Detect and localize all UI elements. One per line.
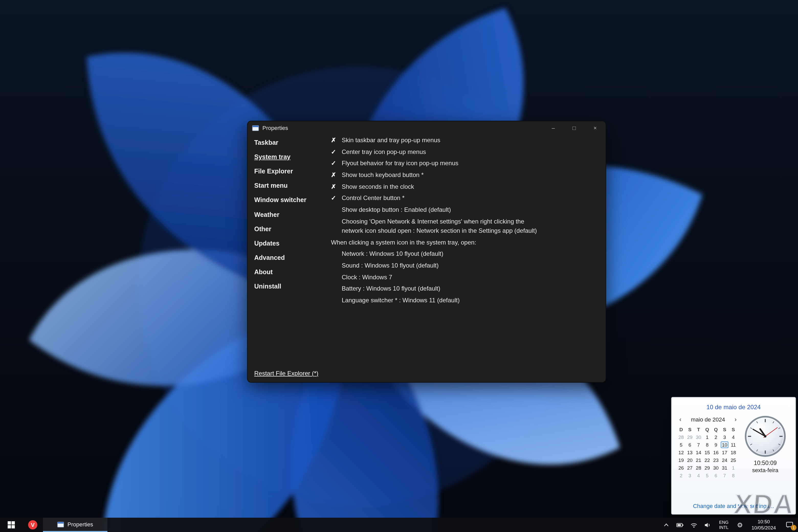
calendar-day[interactable]: 25 — [730, 457, 736, 463]
action-center-button[interactable]: 1 — [781, 518, 798, 532]
sidebar-item-window-switcher[interactable]: Window switcher — [254, 193, 331, 207]
sidebar-item-start-menu[interactable]: Start menu — [254, 179, 331, 193]
analog-clock — [744, 415, 786, 457]
windows-logo-icon — [8, 521, 15, 528]
calendar-day[interactable]: 7 — [697, 442, 700, 448]
calendar-day[interactable]: 29 — [687, 434, 692, 440]
calendar-day[interactable]: 2 — [680, 473, 683, 478]
setting-label: Show desktop button : Enabled (default) — [342, 205, 592, 214]
x-icon: ✗ — [331, 136, 342, 145]
setting-row[interactable]: ✓Flyout behavior for tray icon pop-up me… — [331, 159, 592, 168]
calendar-day[interactable]: 12 — [678, 450, 684, 455]
calendar-day[interactable]: 6 — [688, 442, 691, 448]
close-button[interactable]: × — [585, 121, 606, 135]
setting-row[interactable]: ✗Skin taskbar and tray pop-up menus — [331, 136, 592, 145]
volume-icon — [704, 521, 711, 528]
calendar-day[interactable]: 16 — [713, 450, 719, 455]
calendar-day[interactable]: 10 — [721, 441, 728, 448]
taskbar-clock[interactable]: 10:50 10/05/2024 — [747, 518, 781, 532]
sidebar-item-uninstall[interactable]: Uninstall — [254, 279, 331, 293]
calendar-day[interactable]: 7 — [723, 473, 726, 478]
vivaldi-taskbar-button[interactable]: V — [22, 518, 43, 532]
calendar-day[interactable]: 14 — [696, 450, 701, 455]
setting-label: When clicking a system icon in the syste… — [331, 238, 592, 247]
setting-row[interactable]: Sound : Windows 10 flyout (default) — [331, 261, 592, 270]
calendar-day[interactable]: 8 — [706, 442, 709, 448]
calendar-next-icon[interactable]: › — [733, 416, 738, 423]
calendar-day[interactable]: 29 — [704, 465, 710, 471]
calendar-day[interactable]: 15 — [704, 450, 710, 455]
wifi-icon — [690, 521, 698, 528]
calendar-day[interactable]: 22 — [704, 457, 710, 463]
minimize-button[interactable]: – — [543, 121, 564, 135]
show-hidden-icons-button[interactable] — [659, 518, 673, 532]
calendar-day[interactable]: 5 — [706, 473, 709, 478]
calendar-day[interactable]: 5 — [680, 442, 683, 448]
calendar-day[interactable]: 19 — [678, 457, 684, 463]
taskbar-time: 10:50 — [758, 519, 770, 525]
calendar-day[interactable]: 20 — [687, 457, 692, 463]
titlebar[interactable]: Properties – □ × — [248, 121, 606, 135]
sidebar-item-file-explorer[interactable]: File Explorer — [254, 164, 331, 178]
setting-row[interactable]: Clock : Windows 7 — [331, 272, 592, 282]
setting-row[interactable]: Battery : Windows 10 flyout (default) — [331, 284, 592, 293]
volume-tray-button[interactable] — [701, 518, 715, 532]
calendar-day[interactable]: 30 — [696, 434, 701, 440]
calendar-prev-icon[interactable]: ‹ — [678, 416, 683, 423]
restart-file-explorer-link[interactable]: Restart File Explorer (*) — [254, 370, 319, 377]
sidebar-item-system-tray[interactable]: System tray — [254, 150, 331, 164]
setting-row[interactable]: Show desktop button : Enabled (default) — [331, 205, 592, 214]
calendar-day[interactable]: 31 — [722, 465, 727, 471]
calendar-day[interactable]: 26 — [678, 465, 684, 471]
calendar-day[interactable]: 13 — [687, 450, 692, 455]
calendar-day[interactable]: 23 — [713, 457, 719, 463]
check-icon: ✓ — [331, 194, 342, 203]
setting-label: Network : Windows 10 flyout (default) — [342, 249, 592, 258]
calendar-day[interactable]: 28 — [678, 434, 684, 440]
calendar-day[interactable]: 27 — [687, 465, 692, 471]
setting-row[interactable]: ✓Control Center button * — [331, 194, 592, 203]
calendar-day[interactable]: 4 — [732, 434, 735, 440]
sidebar-item-other[interactable]: Other — [254, 222, 331, 236]
network-tray-button[interactable] — [687, 518, 701, 532]
calendar-day[interactable]: 28 — [696, 465, 701, 471]
setting-label: Language switcher * : Windows 11 (defaul… — [342, 296, 592, 305]
sidebar-item-about[interactable]: About — [254, 265, 331, 279]
setting-row[interactable]: ✗Show seconds in the clock — [331, 182, 592, 191]
start-button[interactable] — [0, 518, 22, 532]
calendar-month-label[interactable]: maio de 2024 — [683, 416, 733, 422]
calendar-day[interactable]: 18 — [730, 450, 736, 455]
calendar-day[interactable]: 11 — [731, 442, 736, 448]
setting-row[interactable]: Language switcher * : Windows 11 (defaul… — [331, 296, 592, 305]
calendar-day[interactable]: 30 — [713, 465, 719, 471]
sidebar-item-advanced[interactable]: Advanced — [254, 251, 331, 265]
calendar-day[interactable]: 6 — [715, 473, 718, 478]
calendar-day[interactable]: 9 — [715, 442, 718, 448]
setting-row[interactable]: Choosing 'Open Network & Internet settin… — [331, 217, 592, 235]
setting-row[interactable]: Network : Windows 10 flyout (default) — [331, 249, 592, 258]
check-icon: ✓ — [331, 159, 342, 168]
calendar-day[interactable]: 3 — [688, 473, 691, 478]
calendar-day[interactable]: 2 — [715, 434, 718, 440]
calendar-day[interactable]: 3 — [723, 434, 726, 440]
sidebar-item-taskbar[interactable]: Taskbar — [254, 136, 331, 150]
setting-row[interactable]: ✓Center tray icon pop-up menus — [331, 147, 592, 156]
calendar-day[interactable]: 1 — [732, 465, 735, 471]
calendar-day[interactable]: 21 — [696, 457, 701, 463]
calendar-day[interactable]: 17 — [722, 450, 727, 455]
sidebar-item-updates[interactable]: Updates — [254, 236, 331, 250]
properties-taskbar-button[interactable]: Properties — [43, 518, 108, 532]
calendar-day[interactable]: 24 — [722, 457, 727, 463]
change-date-time-link[interactable]: Change date and time settings... — [672, 503, 795, 509]
battery-tray-button[interactable] — [673, 518, 687, 532]
sidebar-item-weather[interactable]: Weather — [254, 207, 331, 222]
calendar-day[interactable]: 1 — [706, 434, 709, 440]
calendar-day[interactable]: 8 — [732, 473, 735, 478]
calendar-day[interactable]: 4 — [697, 473, 700, 478]
maximize-button[interactable]: □ — [564, 121, 585, 135]
language-tray-button[interactable]: ENG INTL — [715, 518, 733, 532]
desktop: Properties – □ × TaskbarSystem trayFile … — [0, 0, 798, 532]
explorerpatcher-tray-button[interactable]: ⚙ — [733, 518, 747, 532]
setting-row[interactable]: ✗Show touch keyboard button * — [331, 170, 592, 179]
x-icon: ✗ — [331, 182, 342, 191]
